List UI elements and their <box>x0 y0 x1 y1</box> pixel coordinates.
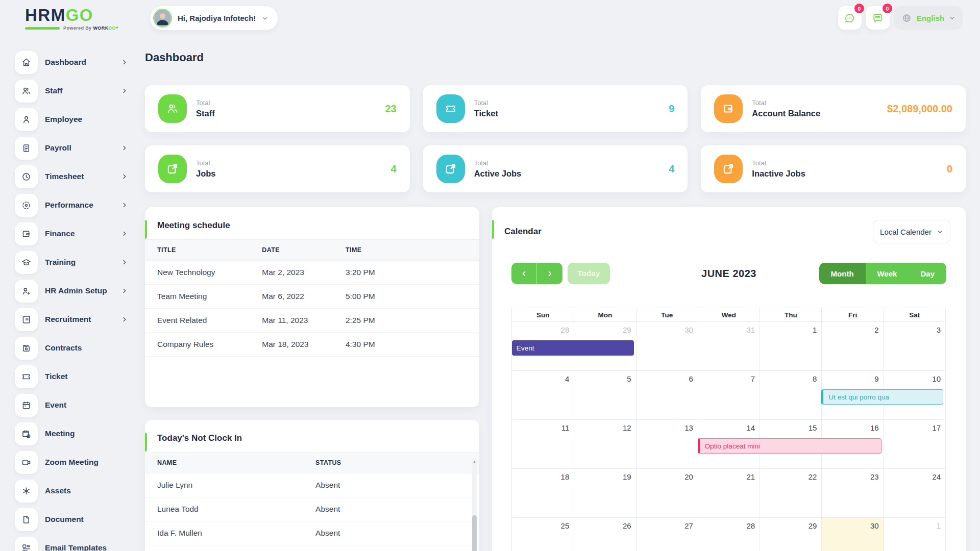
chat-button[interactable]: 0 <box>838 6 862 30</box>
sidebar-item-label: Zoom Meeting <box>45 458 131 467</box>
sidebar-item-label: Assets <box>45 486 131 495</box>
sidebar-item-label: Timesheet <box>45 172 114 181</box>
logo-text-secondary: GO <box>66 6 93 24</box>
meeting-row: Event RelatedMar 11, 20232:25 PM <box>145 309 479 333</box>
sidebar-item-timesheet[interactable]: Timesheet <box>15 165 131 188</box>
stat-card-active-jobs: TotalActive Jobs4 <box>423 145 688 192</box>
meeting-date-cell: Mar 6, 2022 <box>262 292 346 301</box>
sidebar-item-dashboard[interactable]: Dashboard <box>15 51 131 74</box>
calendar-cell[interactable]: 17 <box>884 420 945 468</box>
calendar-cell[interactable]: 5 <box>574 371 635 419</box>
calendar-day-header: Mon <box>574 308 635 321</box>
sidebar-item-contracts[interactable]: Contracts <box>15 336 131 360</box>
calendar-cell[interactable]: 7 <box>698 371 760 419</box>
globe-icon <box>901 13 912 23</box>
calendar-event-ut-est-qui-porro-qua[interactable]: Ut est qui porro qua <box>821 389 943 405</box>
stat-card-jobs: TotalJobs4 <box>145 145 410 192</box>
hr-admin-icon <box>15 280 38 303</box>
calendar-event-title: Ut est qui porro qua <box>828 393 889 401</box>
sidebar-item-ticket[interactable]: Ticket <box>15 365 131 388</box>
status-cell: Absent <box>315 529 479 538</box>
calendar-today-button[interactable]: Today <box>568 263 610 284</box>
employee-name-cell: Ida F. Mullen <box>145 529 315 538</box>
main-content: Dashboard TotalStaff23TotalTicket9TotalA… <box>145 45 966 551</box>
meeting-schedule-panel: Meeting schedule TITLE DATE TIME New Tec… <box>145 207 479 407</box>
calendar-event-event[interactable]: Event <box>512 340 634 356</box>
stat-card-label: Staff <box>196 109 215 118</box>
user-menu[interactable]: Hi, Rajodiya Infotech! <box>150 6 278 30</box>
calendar-event-title: Event <box>517 344 534 352</box>
calendar-cell[interactable]: 20 <box>636 469 698 517</box>
sidebar-item-finance[interactable]: Finance <box>15 222 131 245</box>
not-clock-in-row: Julie LynnAbsent <box>145 473 479 497</box>
calendar-cell[interactable]: 26 <box>574 518 635 551</box>
sidebar-item-label: Email Templates <box>45 543 131 551</box>
sidebar-item-recruitment[interactable]: Recruitment <box>15 308 131 331</box>
staff-icon <box>15 80 38 103</box>
calendar-cell[interactable]: 22 <box>760 469 821 517</box>
calendar-month-label: JUNE 2023 <box>701 268 756 280</box>
sidebar-item-zoom-meeting[interactable]: Zoom Meeting <box>15 450 131 474</box>
calendar-day-header: Sun <box>512 308 574 321</box>
calendar-event-optio-placeat-mini[interactable]: Optio placeat mini <box>698 438 881 454</box>
topbar-actions: 0 0 English <box>838 6 963 30</box>
meeting-time-cell: 2:25 PM <box>346 316 479 325</box>
calendar-cell-today[interactable]: 30 <box>821 518 883 551</box>
calendar-cell[interactable]: 18 <box>512 469 574 517</box>
sidebar-item-meeting[interactable]: Meeting <box>15 422 131 445</box>
calendar-cell[interactable]: 23 <box>821 469 883 517</box>
sidebar-item-staff[interactable]: Staff <box>15 79 131 103</box>
calendar-cell[interactable]: 24 <box>884 469 945 517</box>
meeting-date-cell: Mar 2, 2023 <box>262 268 346 277</box>
sidebar-item-document[interactable]: Document <box>15 508 131 531</box>
notifications-button[interactable]: 0 <box>866 6 890 30</box>
calendar-cell[interactable]: 29 <box>760 518 821 551</box>
calendar-cell[interactable]: 1 <box>760 322 821 370</box>
sidebar-item-assets[interactable]: Assets <box>15 479 131 503</box>
language-selector[interactable]: English <box>894 6 963 30</box>
sidebar-item-employee[interactable]: Employee <box>15 108 131 131</box>
calendar-cell[interactable]: 3 <box>884 322 945 370</box>
calendar-cell[interactable]: 11 <box>512 420 574 468</box>
calendar-cell[interactable]: 19 <box>574 469 635 517</box>
calendar-cell[interactable]: 27 <box>636 518 698 551</box>
performance-icon <box>15 194 38 217</box>
sidebar-item-performance[interactable]: Performance <box>15 193 131 217</box>
calendar-cell[interactable]: 13 <box>636 420 698 468</box>
calendar-view-day[interactable]: Day <box>909 263 946 284</box>
calendar-view-week[interactable]: Week <box>866 263 909 284</box>
calendar-cell[interactable]: 21 <box>698 469 760 517</box>
meeting-time-cell: 5:00 PM <box>346 292 479 301</box>
calendar-cell[interactable]: 4 <box>512 371 574 419</box>
calendar-cell[interactable]: 31 <box>698 322 760 370</box>
sidebar-item-event[interactable]: Event <box>15 393 131 417</box>
stat-card-category: Total <box>196 159 216 167</box>
meeting-time-cell: 4:30 PM <box>346 340 479 349</box>
calendar-view-month[interactable]: Month <box>819 263 866 284</box>
meeting-time-cell: 3:20 PM <box>346 268 479 277</box>
stat-card-value: 0 <box>947 163 952 175</box>
calendar-prev-button[interactable] <box>511 263 537 284</box>
table-scrollbar[interactable]: ▲ <box>472 458 477 551</box>
calendar-cell[interactable]: 30 <box>636 322 698 370</box>
sidebar-item-email-templates[interactable]: Email Templates <box>15 536 131 551</box>
calendar-cell[interactable]: 2 <box>821 322 883 370</box>
employee-icon <box>15 108 38 131</box>
app-logo[interactable]: HRMGO Powered By WORKDO✱ <box>25 7 118 31</box>
sidebar-item-training[interactable]: Training <box>15 251 131 274</box>
calendar-cell[interactable]: 1 <box>884 518 945 551</box>
calendar-cell[interactable]: 28 <box>698 518 760 551</box>
calendar-cell[interactable]: 6 <box>636 371 698 419</box>
calendar-cell[interactable]: 8 <box>760 371 821 419</box>
notifications-badge: 0 <box>883 4 892 13</box>
scrollbar-thumb[interactable] <box>472 515 477 551</box>
calendar-day-header: Wed <box>698 308 760 321</box>
meeting-table-body: New TechnologyMar 2, 20233:20 PMTeam Mee… <box>145 261 479 357</box>
calendar-cell[interactable]: 12 <box>574 420 635 468</box>
not-clock-in-row: Lunea ToddAbsent <box>145 497 479 521</box>
calendar-next-button[interactable] <box>537 263 562 284</box>
sidebar-item-payroll[interactable]: Payroll <box>15 136 131 160</box>
calendar-cell[interactable]: 25 <box>512 518 574 551</box>
calendar-source-select[interactable]: Local Calender <box>873 220 950 243</box>
sidebar-item-hr-admin-setup[interactable]: HR Admin Setup <box>15 279 131 303</box>
